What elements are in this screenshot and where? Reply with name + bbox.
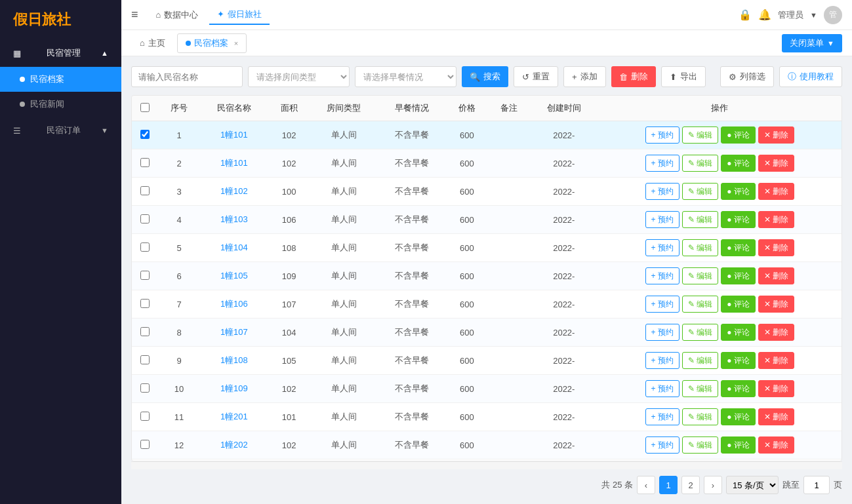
review-button[interactable]: ● 评论 (721, 296, 756, 313)
row-checkbox[interactable] (140, 130, 150, 139)
review-button[interactable]: ● 评论 (721, 183, 756, 200)
book-button[interactable]: + 预约 (645, 267, 680, 284)
prev-page-button[interactable]: ‹ (637, 476, 655, 494)
room-link[interactable]: 1幢105 (220, 271, 248, 281)
room-link[interactable]: 1幢109 (220, 383, 248, 393)
sidebar-section-header-minsu[interactable]: ▦ 民宿管理 ▲ (0, 39, 121, 67)
export-button[interactable]: ⬆ 导出 (661, 66, 706, 87)
del-button[interactable]: ✕ 删除 (758, 211, 794, 228)
del-button[interactable]: ✕ 删除 (758, 436, 794, 454)
page-2-button[interactable]: 2 (681, 476, 700, 494)
tab-close-icon[interactable]: × (234, 39, 238, 47)
edit-button[interactable]: ✎ 编辑 (682, 155, 718, 172)
hamburger-button[interactable]: ≡ (131, 8, 138, 22)
row-checkbox[interactable] (140, 355, 150, 364)
book-button[interactable]: + 预约 (645, 239, 680, 256)
edit-button[interactable]: ✎ 编辑 (682, 380, 718, 397)
edit-button[interactable]: ✎ 编辑 (682, 352, 718, 369)
del-button[interactable]: ✕ 删除 (758, 239, 794, 256)
review-button[interactable]: ● 评论 (721, 267, 756, 284)
book-button[interactable]: + 预约 (645, 155, 680, 172)
topnav-tab-data-center[interactable]: ⌂ 数据中心 (148, 6, 207, 24)
row-checkbox[interactable] (140, 383, 150, 393)
review-button[interactable]: ● 评论 (721, 352, 756, 369)
room-link[interactable]: 1幢108 (220, 355, 248, 365)
review-button[interactable]: ● 评论 (721, 436, 756, 454)
topnav-tab-holiday[interactable]: ✦ 假日旅社 (209, 5, 270, 25)
review-button[interactable]: ● 评论 (721, 408, 756, 425)
row-checkbox[interactable] (140, 271, 150, 280)
review-button[interactable]: ● 评论 (721, 380, 756, 397)
del-button[interactable]: ✕ 删除 (758, 408, 794, 425)
sidebar-item-minsu-archives[interactable]: 民宿档案 (0, 67, 121, 92)
delete-button[interactable]: 🗑 删除 (611, 66, 656, 87)
room-link[interactable]: 1幢201 (220, 412, 248, 421)
del-button[interactable]: ✕ 删除 (758, 126, 794, 144)
review-button[interactable]: ● 评论 (721, 126, 756, 144)
edit-button[interactable]: ✎ 编辑 (682, 267, 718, 284)
del-button[interactable]: ✕ 删除 (758, 155, 794, 172)
select-all-checkbox[interactable] (140, 103, 150, 112)
edit-button[interactable]: ✎ 编辑 (682, 408, 718, 425)
edit-button[interactable]: ✎ 编辑 (682, 324, 718, 341)
chevron-down-icon[interactable]: ▼ (810, 11, 817, 19)
sidebar-item-minsu-news[interactable]: 民宿新闻 (0, 92, 121, 117)
tab-archives[interactable]: 民宿档案 × (177, 33, 247, 53)
close-menu-button[interactable]: 关闭菜单 ▼ (782, 34, 842, 52)
book-button[interactable]: + 预约 (645, 408, 680, 425)
row-checkbox[interactable] (140, 186, 150, 195)
edit-button[interactable]: ✎ 编辑 (682, 239, 718, 256)
room-link[interactable]: 1幢104 (220, 242, 248, 252)
review-button[interactable]: ● 评论 (721, 239, 756, 256)
reset-button[interactable]: ↺ 重置 (514, 66, 558, 87)
review-button[interactable]: ● 评论 (721, 324, 756, 341)
book-button[interactable]: + 预约 (645, 324, 680, 341)
edit-button[interactable]: ✎ 编辑 (682, 436, 718, 454)
row-checkbox[interactable] (140, 299, 150, 308)
del-button[interactable]: ✕ 删除 (758, 183, 794, 200)
search-button[interactable]: 🔍 搜索 (462, 66, 508, 87)
del-button[interactable]: ✕ 删除 (758, 296, 794, 313)
del-button[interactable]: ✕ 删除 (758, 267, 794, 284)
add-button[interactable]: + 添加 (563, 66, 606, 87)
book-button[interactable]: + 预约 (645, 126, 680, 144)
review-button[interactable]: ● 评论 (721, 211, 756, 228)
edit-button[interactable]: ✎ 编辑 (682, 183, 718, 200)
edit-button[interactable]: ✎ 编辑 (682, 296, 718, 313)
room-link[interactable]: 1幢101 (220, 158, 248, 168)
room-link[interactable]: 1幢101 (220, 130, 248, 140)
page-1-button[interactable]: 1 (659, 476, 678, 494)
next-page-button[interactable]: › (704, 476, 722, 494)
del-button[interactable]: ✕ 删除 (758, 380, 794, 397)
admin-label[interactable]: 管理员 (778, 9, 803, 21)
row-checkbox[interactable] (140, 327, 150, 336)
sidebar-section-header-orders[interactable]: ☰ 民宿订单 ▼ (0, 117, 121, 144)
edit-button[interactable]: ✎ 编辑 (682, 211, 718, 228)
room-link[interactable]: 1幢106 (220, 299, 248, 309)
tutorial-button[interactable]: ⓘ 使用教程 (779, 66, 842, 87)
room-link[interactable]: 1幢107 (220, 327, 248, 337)
filter-breakfast-select[interactable]: 请选择早餐情况 含早餐 不含早餐 含双早 (355, 66, 456, 87)
book-button[interactable]: + 预约 (645, 352, 680, 369)
row-checkbox[interactable] (140, 214, 150, 223)
row-checkbox[interactable] (140, 412, 150, 421)
jump-input[interactable] (803, 476, 830, 494)
room-link[interactable]: 1幢202 (220, 440, 248, 450)
book-button[interactable]: + 预约 (645, 211, 680, 228)
del-button[interactable]: ✕ 删除 (758, 324, 794, 341)
per-page-select[interactable]: 15 条/页 10 条/页 20 条/页 (726, 476, 779, 494)
row-checkbox[interactable] (140, 242, 150, 252)
book-button[interactable]: + 预约 (645, 183, 680, 200)
room-link[interactable]: 1幢102 (220, 186, 248, 196)
room-link[interactable]: 1幢103 (220, 214, 248, 224)
filter-name-input[interactable] (131, 66, 243, 87)
book-button[interactable]: + 预约 (645, 380, 680, 397)
row-checkbox[interactable] (140, 440, 150, 449)
col-filter-button[interactable]: ⚙ 列筛选 (720, 66, 774, 87)
horizontal-scrollbar[interactable] (131, 461, 842, 469)
filter-room-type-select[interactable]: 请选择房间类型 单人间 双人间 (248, 66, 350, 87)
row-checkbox[interactable] (140, 158, 150, 167)
del-button[interactable]: ✕ 删除 (758, 352, 794, 369)
tab-home[interactable]: ⌂ 主页 (131, 33, 174, 53)
review-button[interactable]: ● 评论 (721, 155, 756, 172)
